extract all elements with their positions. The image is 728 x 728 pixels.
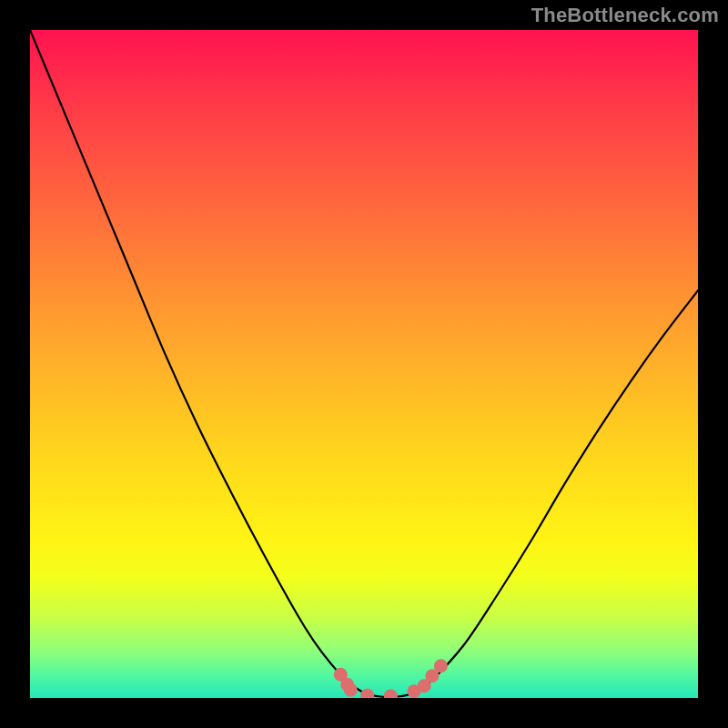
marker-dot (434, 659, 448, 672)
marker-dot (344, 683, 358, 697)
watermark-text: TheBottleneck.com (531, 4, 719, 27)
marker-dot (360, 689, 374, 698)
plot-area (30, 30, 698, 698)
marker-dot (384, 689, 398, 698)
highlight-dots (334, 659, 448, 698)
chart-svg (30, 30, 698, 698)
bottleneck-curve (30, 30, 698, 697)
outer-frame: TheBottleneck.com (0, 0, 728, 728)
